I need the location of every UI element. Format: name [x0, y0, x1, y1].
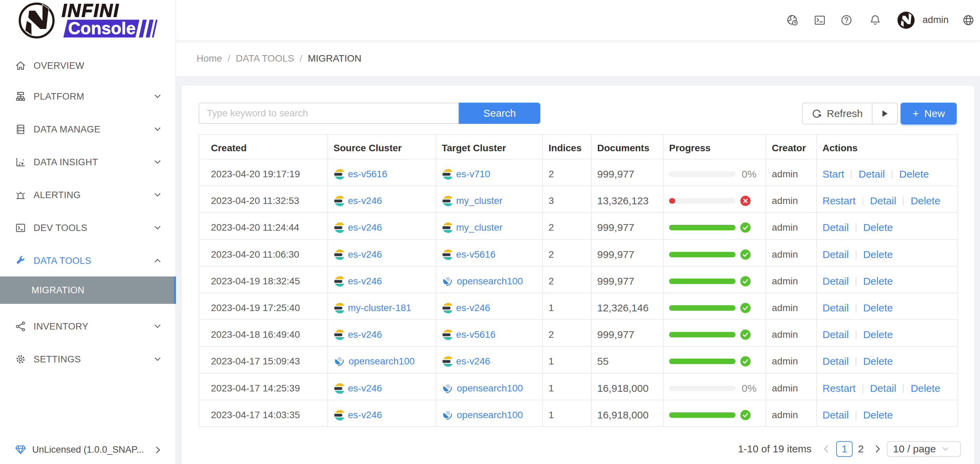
svg-text:INFINI: INFINI: [62, 0, 119, 21]
svg-text:Console: Console: [68, 19, 135, 38]
